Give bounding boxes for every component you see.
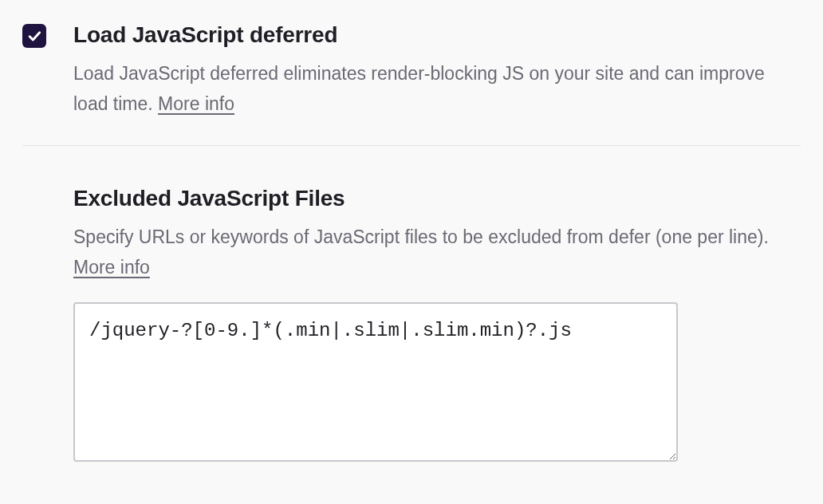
excluded-js-description: Specify URLs or keywords of JavaScript f… — [73, 222, 775, 283]
excluded-js-description-text: Specify URLs or keywords of JavaScript f… — [73, 226, 769, 247]
exclude-more-info-link[interactable]: More info — [73, 257, 150, 278]
checkbox-column-spacer — [22, 186, 48, 465]
defer-js-title: Load JavaScript deferred — [73, 22, 801, 48]
check-icon — [26, 28, 42, 44]
textarea-wrapper — [73, 302, 801, 465]
defer-more-info-link[interactable]: More info — [158, 93, 234, 114]
excluded-js-section: Excluded JavaScript Files Specify URLs o… — [0, 146, 823, 490]
defer-content: Load JavaScript deferred Load JavaScript… — [73, 22, 801, 120]
excluded-js-title: Excluded JavaScript Files — [73, 186, 801, 211]
excluded-files-textarea[interactable] — [73, 302, 678, 462]
checkbox-column — [22, 22, 48, 120]
excluded-content: Excluded JavaScript Files Specify URLs o… — [73, 186, 801, 465]
defer-js-description: Load JavaScript deferred eliminates rend… — [73, 59, 775, 120]
defer-js-checkbox[interactable] — [22, 24, 46, 48]
defer-js-section: Load JavaScript deferred Load JavaScript… — [0, 0, 823, 145]
